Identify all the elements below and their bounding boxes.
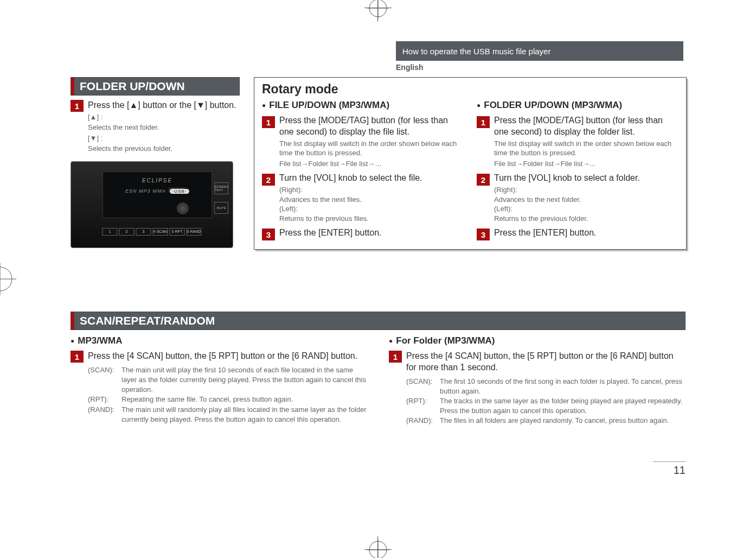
header-section-title: How to operate the USB music file player [402,47,550,56]
registration-icon [367,0,389,19]
step-text: Press the [MODE/TAG] button (for less th… [279,115,464,138]
language-label: English [396,63,424,72]
folder-head: For Folder (MP3/WMA) [389,335,685,346]
folder-updown-section: FOLDER UP/DOWN 1 Press the [▲] button or… [71,77,240,248]
step-text: Turn the [VOL] knob to select the file. [279,173,422,184]
device-illustration: ECLIPSE CD5030 ESN MP3 WMA ·USB· SCREEN … [71,161,233,248]
step-sub: Selects the previous folder. [88,144,236,154]
header-bar: How to operate the USB music file player [396,41,683,61]
device-logo: ECLIPSE [142,177,172,183]
step-number: 2 [477,174,490,186]
step-sub: The list display will switch in the orde… [279,139,464,158]
step-sub: (Right): Advances to the next folder. (L… [494,185,640,223]
fn-key: (SCAN): [406,377,440,396]
step-number: 3 [262,229,275,240]
fn-val: The main unit will randomly play all fil… [121,405,367,424]
device-button: 5 RPT [170,228,185,236]
crop-mark-bottom [364,536,392,558]
mp3-head: MP3/WMA [71,335,367,346]
device-button: 3 [136,228,151,236]
fn-key: (RAND): [406,416,440,426]
registration-icon [0,263,16,295]
device-button-row: 1 2 3 4 SCAN 5 RPT 6 RAND [102,228,202,236]
rotary-mode-section: Rotary mode FILE UP/DOWN (MP3/WMA) 1 Pre… [254,77,687,250]
folder-updown-head: FOLDER UP/DOWN (MP3/WMA) [477,100,678,111]
step-text: Press the [4 SCAN] button, the [5 RPT] b… [406,351,685,373]
scan-section: SCAN/REPEAT/RANDOM MP3/WMA 1 Press the [… [71,312,685,426]
step-text: Press the [▲] button or the [▼] button. [88,100,236,111]
scan-folder-column: For Folder (MP3/WMA) 1 Press the [4 SCAN… [389,335,685,426]
device-side-button: SCREEN TEXT [214,182,228,194]
device-tags-text: ESN MP3 WMA [125,188,166,194]
step-number: 1 [71,351,84,363]
step-sub: [▼] : [88,134,236,143]
device-button: 2 [119,228,134,236]
scan-mp3-column: MP3/WMA 1 Press the [4 SCAN] button, the… [71,335,367,426]
device-screen: ECLIPSE CD5030 ESN MP3 WMA ·USB· [102,172,212,218]
rotary-file-column: FILE UP/DOWN (MP3/WMA) 1 Press the [MODE… [262,100,464,240]
rotary-title: Rotary mode [262,82,678,97]
step-text: Press the [ENTER] button. [494,227,597,239]
step-sub: Selects the next folder. [88,123,236,132]
crop-mark-left [0,263,16,295]
scan-title: SCAN/REPEAT/RANDOM [71,312,685,329]
step-text: Press the [4 SCAN] button, the [5 RPT] b… [88,351,367,362]
fn-key: (RPT): [88,395,121,404]
device-side-button: MUTE [214,202,228,214]
function-list: (SCAN):The main unit will play the first… [88,365,367,424]
step-number: 1 [477,116,490,128]
step-sub: [▲] : [88,112,236,122]
rotary-folder-column: FOLDER UP/DOWN (MP3/WMA) 1 Press the [MO… [477,100,678,240]
step-number: 3 [477,229,490,240]
fn-val: The main unit will play the first 10 sec… [121,365,367,395]
volume-dial-icon [177,202,189,214]
step-number: 2 [262,174,275,186]
fn-val: The first 10 seconds of the first song i… [440,377,685,396]
step-number: 1 [389,351,402,363]
function-list: (SCAN):The first 10 seconds of the first… [406,377,685,426]
step-text: Press the [MODE/TAG] button (for less th… [494,115,678,138]
folder-step-1: 1 Press the [▲] button or the [▼] button… [71,100,240,154]
fn-key: (SCAN): [88,365,121,395]
step-sub: File list→Folder list→File list→... [494,159,678,169]
folder-updown-title: FOLDER UP/DOWN [71,78,239,95]
step-sub: The list display will switch in the orde… [494,139,678,158]
usb-pill: ·USB· [170,189,189,194]
step-number: 1 [71,100,84,112]
crop-mark-top [364,0,392,22]
fn-val: The files in all folders are played rand… [440,416,669,426]
page-number: 11 [653,461,685,477]
step-number: 1 [262,116,275,128]
device-button: 4 SCAN [153,228,168,236]
device-tags: ESN MP3 WMA ·USB· [125,188,189,194]
step-text: Press the [ENTER] button. [279,227,382,239]
fn-val: The tracks in the same layer as the fold… [440,396,685,416]
fn-key: (RAND): [88,405,121,424]
fn-key: (RPT): [406,396,440,416]
device-button: 6 RAND [187,228,202,236]
fn-val: Repeating the same file. To cancel, pres… [121,395,293,404]
device-button: 1 [102,228,118,236]
step-sub: File list→Folder list→File list→… [279,159,464,169]
step-sub: (Right): Advances to the next files. (Le… [279,185,422,223]
step-text: Turn the [VOL] knob to select a folder. [494,173,640,184]
file-updown-head: FILE UP/DOWN (MP3/WMA) [262,100,464,111]
registration-icon [367,539,389,558]
